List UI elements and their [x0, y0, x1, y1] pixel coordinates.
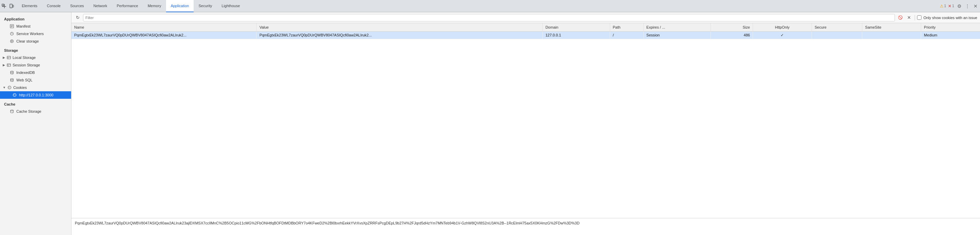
clear-storage-label: Clear storage: [16, 39, 39, 43]
tab-sources[interactable]: Sources: [65, 0, 89, 12]
storage-section-title: Storage: [0, 45, 71, 54]
col-header-path[interactable]: Path: [610, 23, 643, 31]
sidebar-item-cache-storage[interactable]: Cache Storage: [0, 108, 71, 115]
sidebar-item-service-workers[interactable]: Service Workers: [0, 30, 71, 37]
clear-cookies-button[interactable]: ✕: [906, 14, 913, 21]
local-storage-label: Local Storage: [13, 56, 36, 59]
sidebar-item-indexeddb[interactable]: IndexedDB: [0, 69, 71, 76]
table-cell: 486: [711, 31, 753, 39]
tab-lighthouse[interactable]: Lighthouse: [217, 0, 245, 12]
cookies-table: Name Value Domain Path Expires / ... Siz…: [72, 23, 980, 39]
svg-point-20: [8, 87, 9, 88]
col-header-secure[interactable]: Secure: [811, 23, 862, 31]
table-cell: /: [610, 31, 643, 39]
more-icon[interactable]: ⋮: [964, 3, 970, 9]
session-storage-label: Session Storage: [13, 63, 40, 67]
svg-rect-14: [7, 64, 11, 66]
cookie-issue-checkbox[interactable]: [917, 15, 921, 20]
devtools-icons: [2, 3, 14, 9]
sidebar-item-clear-storage[interactable]: Clear storage: [0, 37, 71, 45]
websql-icon: [10, 78, 14, 82]
inspect-icon[interactable]: [2, 3, 7, 9]
svg-point-28: [11, 110, 13, 111]
sidebar-group-cookies[interactable]: ▼ Cookies: [0, 84, 71, 91]
tab-memory[interactable]: Memory: [143, 0, 166, 12]
col-header-name[interactable]: Name: [72, 23, 256, 31]
filter-input[interactable]: [83, 14, 895, 21]
table-header-row: Name Value Domain Path Expires / ... Siz…: [72, 23, 980, 31]
col-header-httponly[interactable]: HttpOnly: [753, 23, 811, 31]
table-cell: PqmEgtxEk23WL7zaurVQ0pDUrQWBV8047ASIQcfi…: [72, 31, 256, 39]
cookie-detail-value: PqmEgtxEk23WL7zaurVQ0pDUrQWBV8047ASIQcfi…: [75, 221, 579, 225]
toolbar-divider: [915, 15, 915, 21]
tab-bar: Elements Console Sources Network Perform…: [0, 0, 980, 12]
session-storage-chevron: ▶: [3, 63, 5, 67]
manifest-icon: [10, 24, 14, 29]
cache-storage-label: Cache Storage: [16, 109, 41, 114]
tab-bar-right: ⚠ 1 ✕ 1 ⚙ ⋮ ✕: [940, 3, 978, 9]
refresh-button[interactable]: ↻: [74, 14, 81, 21]
svg-point-27: [14, 95, 15, 96]
tab-security[interactable]: Security: [194, 0, 217, 12]
table-cell: [862, 31, 921, 39]
tab-application[interactable]: Application: [166, 0, 194, 12]
cookie-detail-panel: PqmEgtxEk23WL7zaurVQ0pDUrQWBV8047ASIQcfi…: [72, 218, 980, 235]
svg-point-22: [10, 88, 10, 88]
svg-rect-3: [10, 4, 12, 8]
clear-filter-icon[interactable]: 🚫: [897, 14, 904, 21]
local-storage-chevron: ▶: [3, 56, 5, 59]
svg-rect-4: [13, 5, 14, 7]
table-cell: PqmEgtxEk23WL7zaurVQ0pDUrQWBV8047ASIQcfi…: [256, 31, 543, 39]
svg-point-23: [9, 88, 9, 88]
sidebar-group-local-storage[interactable]: ▶ Local Storage: [0, 54, 71, 61]
table-cell: ✓: [753, 31, 811, 39]
application-section-title: Application: [0, 14, 71, 22]
cache-section-title: Cache: [0, 99, 71, 108]
tab-network[interactable]: Network: [89, 0, 112, 12]
manifest-label: Manifest: [16, 24, 30, 28]
table-cell: Medium: [921, 31, 980, 39]
service-workers-label: Service Workers: [16, 32, 43, 36]
settings-icon[interactable]: ⚙: [956, 3, 962, 9]
table-cell: Session: [643, 31, 711, 39]
col-header-size[interactable]: Size: [711, 23, 753, 31]
cache-storage-icon: [10, 109, 14, 114]
cookies-chevron: ▼: [3, 86, 6, 89]
svg-point-18: [11, 79, 13, 80]
sidebar-item-manifest[interactable]: Manifest: [0, 22, 71, 30]
sidebar: Application Manifest Service Workers: [0, 12, 72, 235]
local-storage-icon: [6, 55, 11, 60]
tab-console[interactable]: Console: [42, 0, 65, 12]
col-header-expires[interactable]: Expires / ...: [643, 23, 711, 31]
websql-label: Web SQL: [16, 78, 33, 82]
table-row[interactable]: PqmEgtxEk23WL7zaurVQ0pDUrQWBV8047ASIQcfi…: [72, 31, 980, 39]
col-header-samesite[interactable]: SameSite: [862, 23, 921, 31]
session-storage-icon: [6, 63, 11, 67]
main-layout: Application Manifest Service Workers: [0, 12, 980, 235]
device-icon[interactable]: [9, 3, 14, 9]
table-cell: [811, 31, 862, 39]
sidebar-group-session-storage[interactable]: ▶ Session Storage: [0, 61, 71, 69]
svg-point-19: [8, 86, 11, 89]
warning-badge-icon[interactable]: ⚠ 1: [940, 3, 946, 9]
cookies-url-label: http://127.0.0.1:3000: [19, 93, 53, 97]
col-header-priority[interactable]: Priority: [921, 23, 980, 31]
sidebar-item-websql[interactable]: Web SQL: [0, 76, 71, 84]
table-cell: 127.0.0.1: [542, 31, 610, 39]
cookies-url-icon: [12, 93, 17, 98]
indexeddb-icon: [10, 70, 14, 75]
tab-elements[interactable]: Elements: [17, 0, 42, 12]
tab-performance[interactable]: Performance: [112, 0, 143, 12]
sidebar-item-cookies-url[interactable]: http://127.0.0.1:3000: [0, 91, 71, 99]
col-header-domain[interactable]: Domain: [542, 23, 610, 31]
cookies-icon: [7, 85, 12, 90]
cookie-issue-filter[interactable]: Only show cookies with an issue: [917, 15, 977, 20]
svg-point-17: [11, 71, 13, 72]
content-area: ↻ 🚫 ✕ Only show cookies with an issue Na…: [72, 12, 980, 235]
cookies-label: Cookies: [13, 85, 27, 90]
svg-rect-0: [2, 4, 4, 6]
close-icon[interactable]: ✕: [972, 3, 978, 9]
svg-point-24: [13, 94, 16, 97]
col-header-value[interactable]: Value: [256, 23, 543, 31]
error-badge-icon[interactable]: ✕ 1: [948, 3, 954, 9]
